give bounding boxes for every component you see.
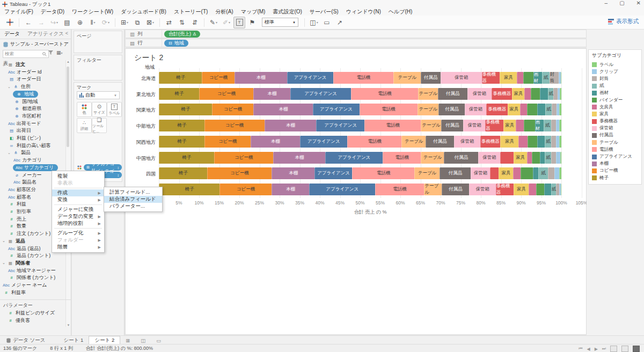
field-製品名[interactable]: Abc製品名: [13, 179, 36, 186]
bar-segment[interactable]: アプライアンス: [325, 152, 383, 164]
menu-サーバー(S)[interactable]: サーバー(S): [310, 8, 339, 16]
menu-マップ(M)[interactable]: マップ(M): [241, 8, 266, 16]
legend-item-コピー機[interactable]: コピー機: [592, 167, 641, 174]
bar-segment[interactable]: [560, 152, 561, 164]
field-製品[interactable]: ⌄⋔製品: [8, 149, 31, 156]
bar-segment[interactable]: [559, 136, 562, 148]
legend-item-アプライアンス[interactable]: アプライアンス: [592, 153, 641, 160]
format-button[interactable]: ✐▾: [221, 17, 232, 28]
bar-segment[interactable]: テーブル: [418, 88, 438, 100]
row-label-中部地方[interactable]: 中部地方: [126, 123, 156, 130]
field-注文 (カウント)[interactable]: #注文 (カウント): [8, 230, 50, 237]
legend-item-事務機器[interactable]: 事務機器: [592, 118, 641, 125]
view-mode-select[interactable]: 標準▼: [262, 18, 298, 27]
bar-segment[interactable]: 付属品: [438, 88, 467, 100]
field-住所[interactable]: ⌄⋔住所: [8, 83, 31, 90]
bar-segment[interactable]: [559, 167, 561, 179]
bar-segment[interactable]: コピー機: [204, 120, 265, 131]
bar-segment[interactable]: 紙: [544, 120, 551, 131]
bar-segment[interactable]: 家具: [512, 88, 524, 100]
field-都道府県[interactable]: ⊕都道府県: [13, 105, 41, 112]
legend-item-クリップ[interactable]: クリップ: [592, 68, 641, 75]
pill-region[interactable]: ⊟ 地域: [164, 40, 188, 47]
bar-segment[interactable]: コピー機: [204, 136, 251, 148]
legend-item-封筒[interactable]: 封筒: [592, 75, 641, 82]
bar-segment[interactable]: [556, 152, 560, 164]
bar-segment[interactable]: [537, 104, 545, 115]
minimize-button[interactable]: –: [605, 0, 608, 6]
context-menu-item-グループ化[interactable]: グループ化▶: [52, 230, 104, 237]
bar-segment[interactable]: アプライアンス: [313, 104, 360, 115]
bar-segment[interactable]: テーブル: [421, 152, 444, 164]
bar-segment[interactable]: [537, 136, 545, 148]
tab-シート 2[interactable]: シート 2: [89, 336, 120, 344]
bar-segment[interactable]: 付属品: [426, 136, 454, 148]
menu-ヘルプ(H)[interactable]: ヘルプ(H): [389, 8, 413, 16]
legend-item-本棚[interactable]: 本棚: [592, 160, 641, 167]
presentation-view-icon[interactable]: [633, 346, 640, 352]
bar-segment[interactable]: [490, 167, 499, 179]
bar-segment[interactable]: 紙: [551, 184, 557, 195]
bar-segment[interactable]: テーブル: [414, 167, 440, 179]
label-button[interactable]: Tラベル: [107, 102, 122, 117]
submenu-item-計算フィールド...[interactable]: 計算フィールド...: [104, 189, 162, 196]
field-注文[interactable]: ⌄▦注文: [2, 61, 25, 68]
row-label-関西地方[interactable]: 関西地方: [126, 139, 156, 146]
first-page-icon[interactable]: ⏮: [579, 346, 582, 351]
tableau-logo[interactable]: [4, 17, 16, 28]
field-顧客名[interactable]: Abc顧客名: [8, 194, 31, 201]
bar-segment[interactable]: [524, 120, 535, 131]
bar-segment[interactable]: 本棚: [235, 72, 287, 84]
field-利益 (ビン)[interactable]: ◧利益 (ビン): [8, 135, 41, 142]
submenu-item-結合済みフィールド[interactable]: 結合済みフィールド: [104, 196, 162, 203]
bar-segment[interactable]: [548, 167, 554, 179]
bar-segment[interactable]: テーブル: [393, 72, 420, 84]
bar-segment[interactable]: アプライアンス: [316, 120, 364, 131]
show-mark-labels-button[interactable]: T: [233, 17, 245, 28]
row-label-四国[interactable]: 四国: [126, 171, 156, 178]
field-利益の高い顧客[interactable]: ∞利益の高い顧客: [8, 142, 50, 149]
row-label-中国地方[interactable]: 中国地方: [126, 155, 156, 162]
legend-item-バインダー[interactable]: バインダー: [592, 97, 641, 104]
field-地域マネージャー[interactable]: Abc地域マネージャー: [8, 267, 56, 274]
context-menu-item-作成[interactable]: 作成▶: [52, 189, 104, 196]
field-オーダー日[interactable]: ▤オーダー日: [8, 76, 41, 83]
bar-segment[interactable]: アプライアンス: [309, 184, 375, 195]
save-button[interactable]: ▤: [61, 17, 73, 28]
bar-segment[interactable]: 家具: [514, 184, 529, 195]
filter-icon[interactable]: [48, 50, 53, 55]
bar-segment[interactable]: 本棚: [253, 88, 290, 100]
legend-item-付属品[interactable]: 付属品: [592, 132, 641, 139]
bar-segment[interactable]: 紙: [548, 88, 553, 100]
bar-segment[interactable]: 家具: [514, 152, 527, 164]
mark-type-selector[interactable]: 自動 ▼: [77, 91, 120, 99]
caret-down-icon[interactable]: ⌄: [8, 151, 11, 155]
back-button[interactable]: ←: [23, 17, 34, 28]
filmstrip-view-icon[interactable]: [621, 346, 628, 352]
legend-item-保管箱[interactable]: 保管箱: [592, 125, 641, 132]
bar-segment[interactable]: 紙: [545, 104, 552, 115]
field-サブカテゴリ[interactable]: Abcサブカテゴリ: [13, 164, 58, 171]
rows-shelf[interactable]: ▤行 ⊟ 地域: [125, 39, 587, 47]
field-割引率[interactable]: #割引率: [8, 208, 31, 215]
duplicate-button[interactable]: ⧉: [131, 17, 143, 28]
filters-card[interactable]: フィルター: [74, 55, 122, 80]
field-国/地域[interactable]: ⊕国/地域: [13, 98, 38, 105]
context-menu-item-データ型の変更[interactable]: データ型の変更▶: [52, 213, 104, 220]
detail-button[interactable]: ∴詳細: [77, 118, 92, 133]
tab-analytics[interactable]: アナリティクス: [27, 31, 64, 38]
bar-segment[interactable]: [521, 167, 533, 179]
bar-segment[interactable]: [561, 72, 562, 84]
bar-segment[interactable]: 椅子: [159, 167, 207, 179]
pages-card[interactable]: ページ: [74, 31, 122, 53]
bar-segment[interactable]: 保管箱: [465, 104, 486, 115]
bar-segment[interactable]: コピー機: [207, 167, 272, 179]
bar-segment[interactable]: [528, 136, 537, 148]
bar-segment[interactable]: 事務機器: [496, 184, 514, 195]
bar-segment[interactable]: [517, 72, 523, 84]
bar-segment[interactable]: [527, 152, 532, 164]
bar-segment[interactable]: 家具: [503, 120, 516, 131]
new-dashboard-tab-button[interactable]: ◫: [135, 336, 151, 344]
bar-segment[interactable]: コピー機: [214, 152, 273, 164]
next-page-icon[interactable]: ▶: [595, 347, 598, 351]
